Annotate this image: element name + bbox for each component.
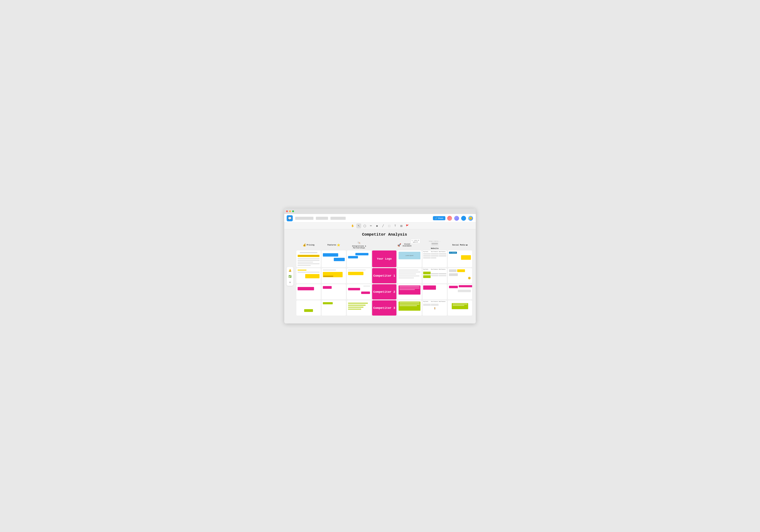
cell-comp1-label[interactable]: Competitor 1	[372, 268, 397, 283]
cell-comp3-label[interactable]: Competitor 3	[372, 300, 397, 315]
cell-website-comp1: Key FactsNice FeaturesBad Features	[423, 268, 447, 283]
floating-note: 1. Line onwebsite	[410, 239, 420, 244]
website-url-text: https://attit...	[429, 240, 441, 242]
cell-vision-comp2	[397, 284, 422, 300]
traffic-light-green[interactable]	[292, 210, 294, 212]
col-header-logo	[372, 240, 397, 250]
logo-icon: 💬	[288, 217, 292, 220]
canvas-content: Competitor Analysis 💰 Pricing Features ⭐	[296, 232, 473, 320]
avatar-4: 🙂	[468, 216, 473, 221]
col-header-website: https://attit... Website	[423, 240, 447, 250]
cell-social-comp2	[448, 284, 472, 300]
kf-header-comp1: Key FactsNice FeaturesBad Features	[423, 269, 446, 270]
cell-vision-comp1	[397, 268, 422, 283]
website-url-hint: https://attit...	[429, 240, 441, 242]
avatar-3	[461, 216, 466, 221]
smiley-icon: 🙂	[468, 277, 471, 279]
canvas-area: 🔔 ✅ ≡ Competitor Analysis 💰 Pricing Feat…	[284, 229, 476, 323]
header-right: 🔗 Share 🙂	[433, 216, 473, 221]
cell-integrations-comp2	[347, 284, 371, 300]
social-label: Social Media	[452, 244, 465, 246]
pricing-icon: 💰	[303, 243, 306, 247]
nav-item-2[interactable]	[316, 217, 328, 220]
tool-flag[interactable]: 🚩	[405, 223, 410, 228]
cell-social-youlogo: in LinkedIn	[448, 251, 472, 267]
vision-label: Vision Statement	[402, 243, 412, 247]
kf-header-comp3: Key FactsNice FeaturesBad Features	[423, 301, 446, 302]
tool-text[interactable]: T	[393, 223, 398, 228]
col-header-social: Social Media ❤️	[448, 240, 472, 250]
cell-website-comp3: Key FactsNice FeaturesBad Features	[423, 300, 447, 315]
avatar-2	[454, 216, 459, 221]
comp3-text: Competitor 3	[373, 306, 395, 310]
cell-social-comp3	[448, 300, 472, 315]
app-header: 💬 🔗 Share 🙂	[284, 214, 476, 222]
col-header-pricing: 💰 Pricing	[296, 240, 321, 250]
traffic-light-yellow[interactable]	[289, 210, 291, 212]
nav-item-3[interactable]	[330, 217, 346, 220]
cell-pricing-youlogo	[296, 251, 321, 267]
avatar-1	[447, 216, 452, 221]
tool-shape[interactable]: ◯	[362, 223, 367, 228]
cell-integrations-youlogo	[347, 251, 371, 267]
page-title: Competitor Analysis	[296, 232, 473, 237]
rocket-icon: 🚀	[397, 243, 401, 247]
side-tools: 🔔 ✅ ≡	[287, 267, 293, 286]
cell-integrations-comp3	[347, 300, 371, 315]
integrations-icon: 🐚	[357, 241, 361, 245]
side-tool-bell[interactable]: 🔔	[288, 268, 292, 272]
tool-table[interactable]: ▤	[399, 223, 404, 228]
cell-comp2-label[interactable]: Competitor 2	[372, 284, 397, 300]
tool-select[interactable]: ↖	[356, 223, 361, 228]
browser-window: 💬 🔗 Share 🙂 ✋ ↖ ◯ ✏ ◆ ╱ ⬚ T ▤ 🚩 🔔	[284, 209, 476, 323]
tool-pen[interactable]: ✏	[368, 223, 373, 228]
cell-youlogo-label[interactable]: Your Logo	[372, 251, 397, 267]
cell-website-youlogo: Key FactsNice FeaturesBad Features	[423, 251, 447, 267]
cell-social-comp1: 🙂	[448, 268, 472, 283]
toolbar: ✋ ↖ ◯ ✏ ◆ ╱ ⬚ T ▤ 🚩	[284, 222, 476, 229]
cell-features-youlogo	[322, 251, 346, 267]
nav-item-1[interactable]	[295, 217, 313, 220]
tool-line[interactable]: ╱	[381, 223, 386, 228]
col-header-integrations: 🐚 Integrations &Partnerships	[347, 240, 371, 250]
integrations-label: Integrations &Partnerships	[352, 245, 366, 249]
website-label: Website	[431, 247, 439, 250]
side-tool-check[interactable]: ✅	[288, 274, 292, 278]
youlogo-text: Your Logo	[377, 257, 392, 261]
person-icon: 🧍	[423, 307, 446, 310]
comp1-text: Competitor 1	[373, 274, 395, 277]
cell-features-comp2	[322, 284, 346, 300]
kf-header-row1: Key FactsNice FeaturesBad Features	[423, 251, 446, 252]
cell-pricing-comp3	[296, 300, 321, 315]
col-header-vision: 🚀 Vision Statement 1. Line onwebsite	[397, 240, 422, 250]
col-header-features: Features ⭐	[322, 240, 346, 250]
social-icon: ❤️	[466, 243, 468, 247]
features-icon: ⭐	[337, 243, 340, 247]
lorem-ipsum-block: Lorem ipsum	[399, 252, 420, 259]
tool-hand[interactable]: ✋	[350, 223, 355, 228]
linkedin-badge: in LinkedIn	[449, 252, 457, 254]
cell-features-comp3	[322, 300, 346, 315]
side-tool-menu[interactable]: ≡	[288, 280, 292, 285]
cell-pricing-comp2	[296, 284, 321, 300]
analysis-grid: 💰 Pricing Features ⭐ 🐚 Integrations &Par…	[296, 240, 473, 315]
app-logo: 💬	[287, 215, 293, 221]
header-left: 💬	[287, 215, 346, 221]
cell-website-comp2	[423, 284, 447, 300]
comp2-text: Competitor 2	[373, 290, 395, 294]
cell-features-comp1	[322, 268, 346, 283]
features-label: Features	[327, 244, 336, 246]
traffic-light-red[interactable]	[286, 210, 288, 212]
cell-pricing-comp1	[296, 268, 321, 283]
pricing-label: Pricing	[307, 244, 314, 246]
share-button[interactable]: 🔗 Share	[433, 216, 445, 220]
cell-integrations-comp1	[347, 268, 371, 283]
tool-highlight[interactable]: ◆	[374, 223, 379, 228]
cell-vision-comp3	[397, 300, 422, 315]
tool-frame[interactable]: ⬚	[387, 223, 392, 228]
browser-titlebar	[284, 209, 476, 214]
website-thumbnail-header	[431, 242, 439, 247]
cell-vision-youlogo: Lorem ipsum	[397, 251, 422, 267]
